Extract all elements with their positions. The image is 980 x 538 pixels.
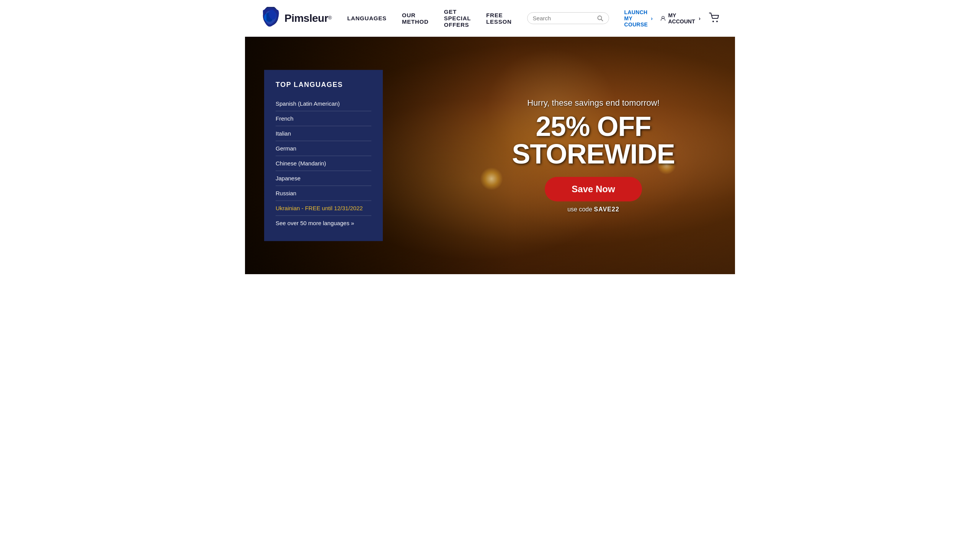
svg-point-6 xyxy=(712,21,714,22)
logo-area[interactable]: Pimsleur® xyxy=(260,7,332,30)
language-item-japanese[interactable]: Japanese xyxy=(276,171,371,186)
language-item-italian[interactable]: Italian xyxy=(276,126,371,141)
promo-code-text: use code SAVE22 xyxy=(471,206,716,213)
language-item-spanish[interactable]: Spanish (Latin American) xyxy=(276,96,371,111)
svg-line-4 xyxy=(601,19,603,21)
language-link-italian[interactable]: Italian xyxy=(276,130,291,137)
language-link-spanish[interactable]: Spanish (Latin American) xyxy=(276,100,340,107)
logo-text: Pimsleur® xyxy=(284,12,332,25)
language-link-german[interactable]: German xyxy=(276,145,296,152)
header-right: LAUNCH MY COURSE › MY ACCOUNT › xyxy=(624,9,720,28)
launch-course-button[interactable]: LAUNCH MY COURSE › xyxy=(624,9,653,28)
search-icon xyxy=(597,15,603,21)
see-more-languages-link[interactable]: See over 50 more languages » xyxy=(276,220,354,226)
language-link-japanese[interactable]: Japanese xyxy=(276,175,301,182)
language-link-russian[interactable]: Russian xyxy=(276,190,296,196)
cart-icon xyxy=(708,12,720,23)
promo-code-value: SAVE22 xyxy=(594,206,619,213)
language-item-french[interactable]: French xyxy=(276,111,371,126)
main-nav: LANGUAGES OUR METHOD GET SPECIAL OFFERS … xyxy=(332,4,624,33)
hero-promo-content: Hurry, these savings end tomorrow! 25% O… xyxy=(471,98,716,213)
promo-code-prefix: use code xyxy=(567,206,594,213)
language-link-ukrainian[interactable]: Ukrainian - FREE until 12/31/2022 xyxy=(276,205,363,211)
search-input[interactable] xyxy=(533,15,594,21)
nav-languages[interactable]: LANGUAGES xyxy=(347,15,387,21)
hero-discount-text: 25% OFF STOREWIDE xyxy=(471,113,716,168)
language-link-french[interactable]: French xyxy=(276,115,294,122)
language-list: Spanish (Latin American) French Italian … xyxy=(276,96,371,231)
language-item-see-more[interactable]: See over 50 more languages » xyxy=(276,216,371,231)
search-box[interactable] xyxy=(527,12,609,24)
save-now-button[interactable]: Save Now xyxy=(545,177,642,201)
svg-point-7 xyxy=(716,21,718,22)
language-item-german[interactable]: German xyxy=(276,141,371,156)
nav-free-lesson[interactable]: FREE LESSON xyxy=(486,12,511,25)
language-link-chinese[interactable]: Chinese (Mandarin) xyxy=(276,160,326,167)
language-item-ukrainian[interactable]: Ukrainian - FREE until 12/31/2022 xyxy=(276,201,371,216)
header: Pimsleur® LANGUAGES OUR METHOD GET SPECI… xyxy=(245,0,735,37)
panel-title: TOP LANGUAGES xyxy=(276,81,371,89)
hero-urgency-text: Hurry, these savings end tomorrow! xyxy=(471,98,716,108)
user-icon xyxy=(660,15,666,22)
cart-button[interactable] xyxy=(708,12,720,25)
language-item-russian[interactable]: Russian xyxy=(276,186,371,201)
pimsleur-logo-icon xyxy=(260,7,281,30)
nav-our-method[interactable]: OUR METHOD xyxy=(402,12,429,25)
top-languages-panel: TOP LANGUAGES Spanish (Latin American) F… xyxy=(264,70,383,241)
language-item-chinese[interactable]: Chinese (Mandarin) xyxy=(276,156,371,171)
nav-get-special-offers[interactable]: GET SPECIAL OFFERS xyxy=(444,8,471,28)
my-account-button[interactable]: MY ACCOUNT › xyxy=(660,12,701,25)
hero-section: TOP LANGUAGES Spanish (Latin American) F… xyxy=(245,37,735,274)
